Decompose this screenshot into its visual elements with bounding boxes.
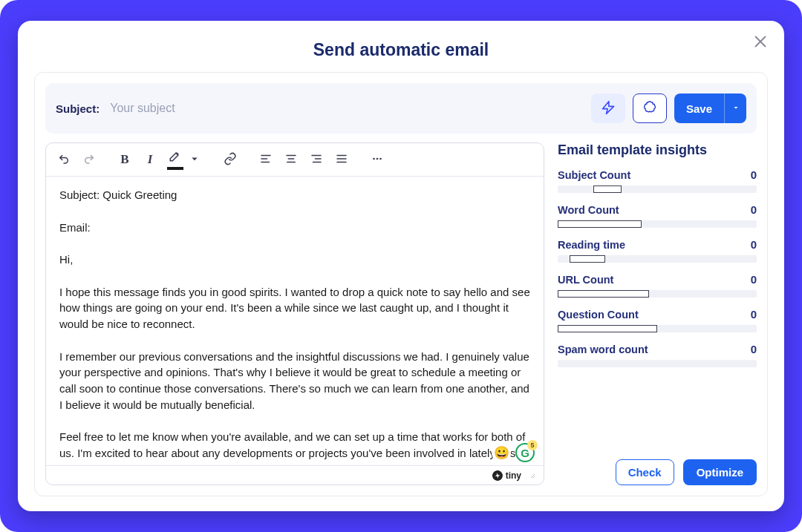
metric-value: 0 — [751, 203, 757, 216]
insight-actions: Check Optimize — [558, 452, 757, 485]
metric-bar — [558, 185, 757, 193]
align-left-button[interactable] — [255, 149, 276, 170]
editor-footer: ✦ tiny — [46, 465, 544, 485]
metric-label: Reading time — [558, 239, 625, 251]
grammarly-count: 5 — [527, 440, 538, 450]
emoji-icon[interactable]: 😀 — [492, 443, 511, 462]
metric-value: 0 — [751, 343, 757, 355]
resize-handle[interactable] — [527, 469, 536, 482]
close-button[interactable] — [750, 31, 771, 52]
undo-icon — [57, 152, 71, 168]
svg-point-17 — [379, 157, 382, 160]
subject-input[interactable] — [110, 102, 581, 115]
metric: Word Count0 — [558, 203, 757, 228]
insights-panel: Email template insights Subject Count0Wo… — [558, 142, 757, 485]
text-color-button[interactable] — [165, 149, 186, 170]
metric: URL Count0 — [558, 273, 757, 298]
metric-label: Question Count — [558, 309, 639, 321]
svg-point-16 — [376, 157, 379, 160]
metric: Reading time0 — [558, 238, 757, 263]
metric: Question Count0 — [558, 308, 757, 332]
editor-floating-badges: 😀 G 5 — [492, 443, 535, 462]
redo-button[interactable] — [79, 149, 100, 170]
align-left-icon — [259, 152, 273, 168]
subject-label: Subject: — [56, 102, 100, 115]
more-button[interactable] — [367, 149, 388, 170]
editor-toolbar: B I — [46, 143, 544, 177]
align-right-button[interactable] — [306, 149, 327, 170]
text-color-dropdown[interactable] — [184, 149, 205, 170]
subject-actions: Save — [591, 93, 746, 123]
metric: Subject Count0 — [558, 168, 757, 193]
metric-label: Subject Count — [558, 169, 630, 181]
optimize-button[interactable]: Optimize — [683, 459, 757, 485]
align-center-button[interactable] — [281, 149, 301, 170]
metrics-list: Subject Count0Word Count0Reading time0UR… — [558, 168, 757, 378]
metric-label: Word Count — [558, 204, 619, 216]
align-right-icon — [310, 152, 323, 168]
metric: Spam word count0 — [558, 343, 757, 367]
editor-body[interactable]: Subject: Quick Greeting Email: Hi, I hop… — [46, 177, 544, 465]
bolt-button[interactable] — [591, 93, 625, 123]
svg-marker-2 — [602, 101, 613, 114]
check-button[interactable]: Check — [616, 459, 674, 485]
bolt-icon — [601, 100, 616, 117]
svg-point-15 — [373, 157, 375, 160]
save-group: Save — [674, 93, 746, 123]
metric-value: 0 — [751, 238, 757, 251]
italic-button[interactable]: I — [140, 149, 160, 170]
redo-icon — [82, 152, 96, 168]
undo-button[interactable] — [53, 149, 74, 170]
insights-title: Email template insights — [558, 142, 757, 158]
metric-value: 0 — [751, 273, 757, 286]
more-icon — [371, 152, 384, 168]
pencil-icon — [169, 149, 182, 165]
body-row: B I — [45, 142, 757, 485]
editor: B I — [45, 142, 544, 485]
ai-button[interactable] — [633, 93, 667, 123]
metric-bar — [558, 325, 757, 332]
modal-title: Send automatic email — [34, 40, 768, 60]
resize-icon — [527, 469, 536, 482]
metric-value: 0 — [751, 308, 757, 321]
metric-bar — [558, 360, 757, 367]
email-modal: Send automatic email Subject: — [18, 21, 784, 511]
grammarly-badge[interactable]: G 5 — [515, 443, 535, 462]
bold-button[interactable]: B — [114, 149, 135, 170]
color-swatch — [167, 167, 183, 170]
tiny-badge: ✦ tiny — [492, 470, 521, 481]
chevron-down-icon — [731, 103, 740, 114]
metric-bar-segment — [558, 325, 657, 332]
subject-bar: Subject: Save — [45, 83, 757, 134]
tiny-logo-icon: ✦ — [491, 469, 503, 482]
metric-value: 0 — [751, 168, 757, 181]
metric-label: URL Count — [558, 274, 613, 286]
metric-bar-segment — [570, 255, 605, 263]
chevron-down-icon — [188, 152, 201, 168]
align-justify-button[interactable] — [331, 149, 352, 170]
link-button[interactable] — [220, 149, 241, 170]
tiny-label: tiny — [506, 470, 521, 481]
save-button[interactable]: Save — [674, 93, 724, 123]
align-justify-icon — [335, 152, 348, 168]
metric-bar-segment — [593, 185, 622, 193]
metric-bar-segment — [558, 220, 642, 228]
save-dropdown-button[interactable] — [724, 93, 746, 123]
metric-bar — [558, 220, 757, 228]
metric-label: Spam word count — [558, 344, 648, 355]
metric-bar — [558, 255, 757, 263]
ai-icon — [642, 100, 657, 117]
app-frame: Send automatic email Subject: — [0, 0, 802, 532]
modal-content: Subject: Save — [34, 72, 768, 496]
link-icon — [224, 152, 237, 168]
metric-bar — [558, 290, 757, 298]
metric-bar-segment — [558, 290, 649, 298]
align-center-icon — [284, 152, 298, 168]
svg-line-19 — [533, 476, 535, 478]
